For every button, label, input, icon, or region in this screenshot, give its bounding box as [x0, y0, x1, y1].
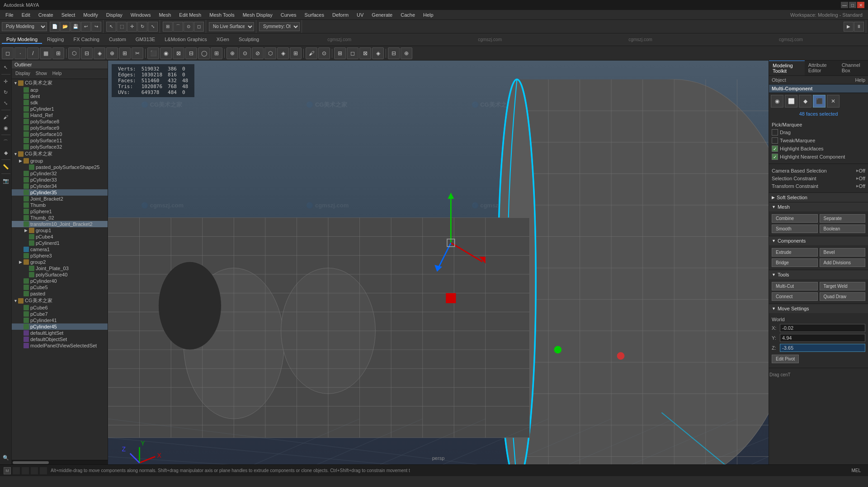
outliner-item-29[interactable]: Joint_Plate_03: [12, 265, 108, 272]
outliner-item-15[interactable]: pCylinder33: [12, 177, 108, 183]
joint-tool-btn[interactable]: ◆: [1, 148, 11, 158]
rtab-attribute-editor[interactable]: Attribute Editor: [805, 61, 838, 75]
select-tool-btn[interactable]: ↖: [1, 62, 11, 72]
paint-icon-btn[interactable]: 🖌: [306, 47, 317, 59]
outliner-item-9[interactable]: polySurface11: [12, 137, 108, 144]
status-icon-4[interactable]: [31, 467, 38, 474]
bridge-icon-btn[interactable]: ⊟: [81, 47, 93, 59]
extrude-icon-btn[interactable]: ⬡: [68, 47, 80, 59]
outliner-show-tab[interactable]: Show: [34, 70, 49, 77]
outliner-item-34[interactable]: ▼CG美术之家: [12, 297, 108, 304]
outliner-item-6[interactable]: polySurface8: [12, 118, 108, 125]
outliner-item-23[interactable]: ▶group1: [12, 227, 108, 234]
outliner-item-24[interactable]: pCube4: [12, 234, 108, 240]
outliner-item-39[interactable]: defaultLightSet: [12, 330, 108, 336]
outliner-item-11[interactable]: ▼CG美术之家: [12, 150, 108, 158]
move-btn[interactable]: ✛: [127, 22, 137, 32]
menu-help[interactable]: Help: [420, 11, 437, 19]
outliner-item-36[interactable]: pCube7: [12, 311, 108, 317]
menu-deform[interactable]: Deform: [329, 11, 352, 19]
outliner-item-41[interactable]: modelPanel3ViewSelectedSet: [12, 342, 108, 349]
constraint-icon-2[interactable]: ◻: [347, 47, 359, 59]
menu-display[interactable]: Display: [103, 11, 126, 19]
outliner-item-37[interactable]: pCylinder41: [12, 317, 108, 323]
combine-btn[interactable]: Combine: [772, 214, 818, 223]
outliner-item-27[interactable]: pSphere3: [12, 253, 108, 259]
soft-selection-header[interactable]: ▶ Soft Selection: [769, 193, 868, 202]
status-icon-5[interactable]: [40, 467, 47, 474]
outliner-item-40[interactable]: defaultObjectSet: [12, 336, 108, 342]
outliner-item-20[interactable]: pSphere1: [12, 208, 108, 215]
circularize-icon-btn[interactable]: ⊙: [239, 47, 251, 59]
highlight-backfaces-checkbox[interactable]: ✓: [772, 145, 778, 152]
outliner-item-28[interactable]: ▶group2: [12, 259, 108, 265]
menu-edit[interactable]: Edit: [18, 11, 34, 19]
outliner-item-32[interactable]: pCube5: [12, 284, 108, 290]
mode-icon-diamond[interactable]: ◆: [799, 95, 811, 108]
quad-draw-btn[interactable]: Quad Draw: [820, 292, 866, 301]
y-input[interactable]: [780, 334, 865, 342]
outliner-item-0[interactable]: ▼CG美术之家: [12, 79, 108, 87]
menu-curves[interactable]: Curves: [277, 11, 300, 19]
constraint-icon-1[interactable]: ⊞: [334, 47, 346, 59]
status-icon-3[interactable]: [22, 467, 29, 474]
separate-btn[interactable]: Separate: [820, 214, 866, 223]
cut-icon-btn[interactable]: ✂: [132, 47, 143, 59]
render-view-btn[interactable]: ▶: [844, 22, 854, 32]
tab-gm313e[interactable]: GM313E: [131, 36, 160, 44]
crease-icon-btn[interactable]: ⊞: [211, 47, 222, 59]
menu-mesh[interactable]: Mesh: [155, 11, 175, 19]
obj-mode-btn[interactable]: ◻: [2, 47, 14, 59]
relax-icon-btn[interactable]: ⊘: [252, 47, 264, 59]
edge-mode-btn[interactable]: /: [27, 47, 39, 59]
menu-select[interactable]: Select: [58, 11, 79, 19]
outliner-item-35[interactable]: pCube6: [12, 304, 108, 311]
outliner-item-25[interactable]: pCylinerd1: [12, 240, 108, 246]
rtab-modeling-toolkit[interactable]: Modeling Toolkit: [769, 61, 805, 75]
minimize-button[interactable]: —: [841, 2, 848, 8]
snap-surface-btn[interactable]: ◻: [194, 22, 204, 32]
snap-point-btn[interactable]: ⊙: [184, 22, 193, 32]
select-btn[interactable]: ↖: [106, 22, 116, 32]
measure-tool-btn[interactable]: 📏: [1, 162, 11, 172]
uv-mode-btn[interactable]: ⊞: [52, 47, 64, 59]
menu-create[interactable]: Create: [35, 11, 57, 19]
maximize-button[interactable]: □: [849, 2, 856, 8]
paint-tool-btn[interactable]: 🖌: [1, 112, 11, 122]
icon-extra-1[interactable]: ⊟: [388, 47, 400, 59]
mode-icon-sphere[interactable]: ◉: [771, 95, 783, 108]
highlight-nearest-checkbox[interactable]: ✓: [772, 154, 778, 160]
tab-xgen[interactable]: XGen: [212, 36, 234, 44]
menu-modify[interactable]: Modify: [80, 11, 101, 19]
x-input[interactable]: [780, 324, 865, 332]
append-icon-btn[interactable]: ⊕: [226, 47, 238, 59]
weld-icon-btn[interactable]: ◉: [160, 47, 172, 59]
deform-icon-btn[interactable]: ⬡: [264, 47, 276, 59]
menu-mesh-display[interactable]: Mesh Display: [239, 11, 276, 19]
boolean-btn[interactable]: Boolean: [820, 225, 866, 233]
connect-btn[interactable]: Connect: [772, 292, 818, 301]
ipr-btn[interactable]: ⏸: [854, 22, 864, 32]
live-surface-select[interactable]: No Live Surface: [209, 22, 254, 31]
loop-icon-btn[interactable]: ⊞: [119, 47, 131, 59]
mode-icon-close[interactable]: ✕: [827, 95, 840, 108]
tab-rigging[interactable]: Rigging: [42, 36, 68, 44]
mode-icon-cube[interactable]: ⬛: [813, 95, 826, 108]
outliner-item-3[interactable]: sdk: [12, 99, 108, 106]
mesh-header[interactable]: ▼ Mesh: [769, 202, 868, 211]
face-mode-btn[interactable]: ▦: [40, 47, 52, 59]
menu-surfaces[interactable]: Surfaces: [301, 11, 328, 19]
undo-btn[interactable]: ↩: [81, 22, 91, 32]
bevel-btn[interactable]: Bevel: [820, 248, 866, 257]
icon-extra-2[interactable]: ⊕: [401, 47, 412, 59]
rotate-tool-btn[interactable]: ↻: [1, 87, 11, 97]
outliner-item-8[interactable]: polySurface10: [12, 131, 108, 137]
new-btn[interactable]: 📄: [50, 22, 60, 32]
smooth-btn[interactable]: Smooth: [772, 225, 818, 233]
outliner-item-2[interactable]: dent: [12, 93, 108, 99]
constraint-icon-3[interactable]: ⊠: [359, 47, 371, 59]
search-icon-btn[interactable]: 🔍: [1, 453, 11, 463]
save-btn[interactable]: 💾: [71, 22, 80, 32]
menu-windows[interactable]: Windows: [127, 11, 155, 19]
tab-fx-caching[interactable]: FX Caching: [69, 36, 104, 44]
